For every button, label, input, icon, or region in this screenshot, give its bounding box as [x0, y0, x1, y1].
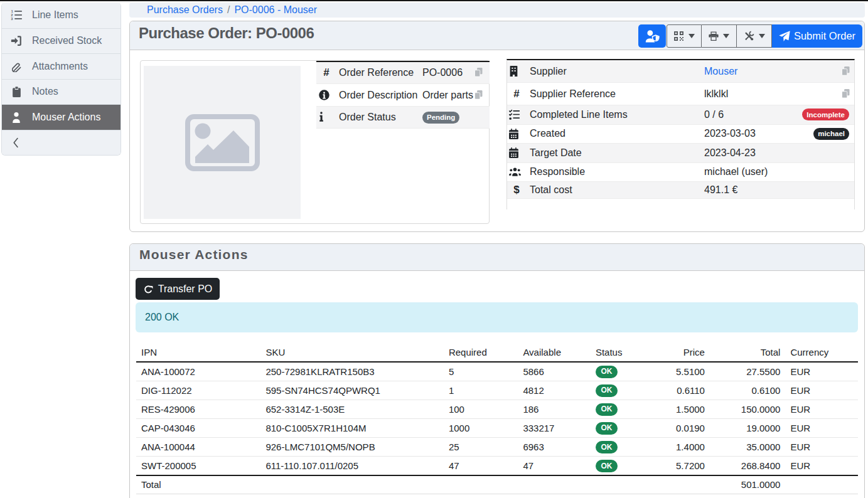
svg-text:1: 1 — [11, 9, 13, 13]
svg-text:3: 3 — [11, 17, 13, 21]
svg-text:2: 2 — [11, 13, 13, 17]
